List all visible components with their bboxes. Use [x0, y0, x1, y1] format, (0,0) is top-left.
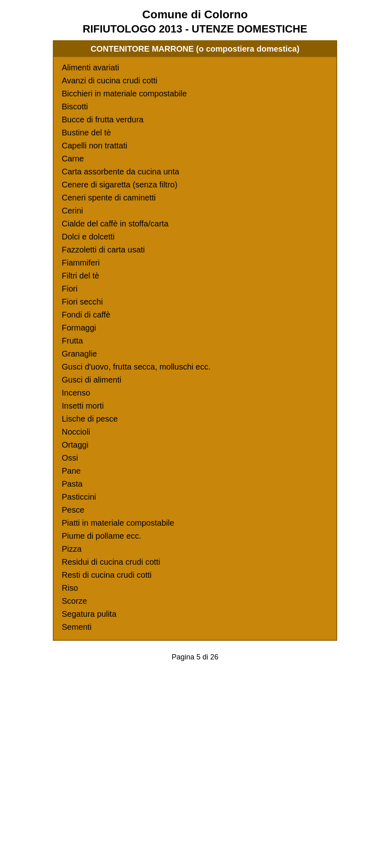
list-item: Cialde del caffè in stoffa/carta	[62, 217, 328, 230]
list-item: Bicchieri in materiale compostabile	[62, 87, 328, 100]
list-item: Filtri del tè	[62, 269, 328, 282]
list-item: Residui di cucina crudi cotti	[62, 555, 328, 568]
list-item: Pasticcini	[62, 490, 328, 503]
page-footer: Pagina 5 di 26	[171, 653, 218, 661]
list-item: Fiori secchi	[62, 295, 328, 308]
list-item: Granaglie	[62, 347, 328, 360]
list-item: Lische di pesce	[62, 412, 328, 425]
list-item: Piatti in materiale compostabile	[62, 516, 328, 529]
list-item: Gusci d'uovo, frutta secca, molluschi ec…	[62, 360, 328, 373]
list-item: Ceneri spente di caminetti	[62, 191, 328, 204]
list-item: Frutta	[62, 334, 328, 347]
list-item: Biscotti	[62, 100, 328, 113]
list-item: Cerini	[62, 204, 328, 217]
list-item: Bucce di frutta verdura	[62, 113, 328, 126]
list-item: Formaggi	[62, 321, 328, 334]
container-header: CONTENITORE MARRONE (o compostiera domes…	[54, 41, 336, 57]
list-item: Bustine del tè	[62, 126, 328, 139]
items-list: Alimenti avariatiAvanzi di cucina crudi …	[54, 57, 336, 640]
list-item: Fazzoletti di carta usati	[62, 243, 328, 256]
list-item: Piume di pollame ecc.	[62, 529, 328, 542]
list-item: Capelli non trattati	[62, 139, 328, 152]
list-item: Ossi	[62, 451, 328, 464]
list-item: Fiammiferi	[62, 256, 328, 269]
list-item: Avanzi di cucina crudi cotti	[62, 74, 328, 87]
list-item: Insetti morti	[62, 399, 328, 412]
list-item: Scorze	[62, 594, 328, 607]
list-item: Noccioli	[62, 425, 328, 438]
list-item: Fondi di caffè	[62, 308, 328, 321]
list-item: Pane	[62, 464, 328, 477]
list-item: Pasta	[62, 477, 328, 490]
page-title: Comune di Colorno	[142, 8, 248, 21]
list-item: Pesce	[62, 503, 328, 516]
list-item: Resti di cucina crudi cotti	[62, 568, 328, 581]
list-item: Cenere di sigaretta (senza filtro)	[62, 178, 328, 191]
list-item: Segatura pulita	[62, 607, 328, 620]
list-item: Pizza	[62, 542, 328, 555]
content-box: CONTENITORE MARRONE (o compostiera domes…	[53, 40, 337, 641]
list-item: Incenso	[62, 386, 328, 399]
list-item: Sementi	[62, 620, 328, 633]
list-item: Ortaggi	[62, 438, 328, 451]
list-item: Alimenti avariati	[62, 61, 328, 74]
list-item: Riso	[62, 581, 328, 594]
list-item: Carne	[62, 152, 328, 165]
list-item: Dolci e dolcetti	[62, 230, 328, 243]
page-subtitle: RIFIUTOLOGO 2013 - UTENZE DOMESTICHE	[83, 23, 308, 35]
list-item: Gusci di alimenti	[62, 373, 328, 386]
list-item: Fiori	[62, 282, 328, 295]
list-item: Carta assorbente da cucina unta	[62, 165, 328, 178]
